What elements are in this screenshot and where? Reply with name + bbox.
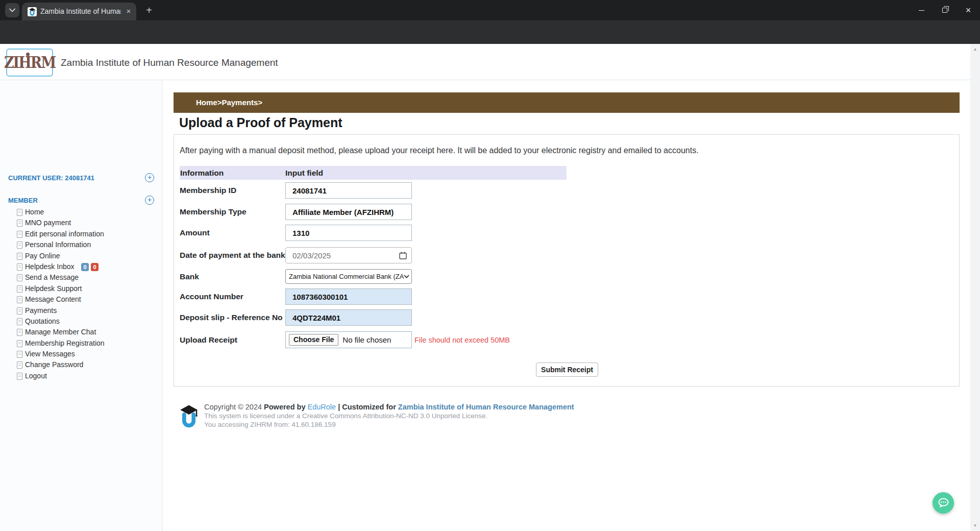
table-header-row: Information Input field <box>180 166 567 180</box>
sidebar-item-change-password[interactable]: Change Password <box>0 359 162 370</box>
chat-widget-button[interactable] <box>933 492 954 514</box>
membership-id-label: Membership ID <box>180 182 284 199</box>
upload-form-panel: After paying with a manual deposit metho… <box>174 134 960 387</box>
account-number-label: Account Number <box>180 288 284 305</box>
zihrm-logo-figure <box>26 53 30 56</box>
page-scrollbar[interactable]: ▲ ▼ <box>970 44 980 531</box>
sidebar-item-pay-online[interactable]: Pay Online <box>0 251 162 261</box>
chevron-down-icon <box>404 275 409 278</box>
document-icon <box>17 340 22 347</box>
chevron-down-icon <box>9 8 15 12</box>
site-header: ZIHRM Zambia Institute of Human Resource… <box>0 44 980 80</box>
file-status-text: No file chosen <box>342 335 391 344</box>
inbox-alert-badge: 0 <box>91 263 99 271</box>
file-size-note: File should not exceed 50MB <box>414 331 510 348</box>
sidebar-item-view-messages[interactable]: View Messages <box>0 349 162 359</box>
sidebar-item-quotations[interactable]: Quotations <box>0 316 162 327</box>
minimize-icon <box>919 10 924 11</box>
document-icon <box>17 263 22 271</box>
tab-favicon-icon <box>28 7 37 16</box>
expand-user-section-button[interactable]: + <box>145 173 154 182</box>
restore-button[interactable] <box>933 0 957 20</box>
footer-access-line: You accessing ZIHRM from: 41.60.186.159 <box>204 420 574 429</box>
document-icon <box>17 274 22 281</box>
document-icon <box>17 329 22 336</box>
sidebar-item-mno-payment[interactable]: MNO payment <box>0 218 162 228</box>
calendar-icon <box>399 252 407 259</box>
payment-date-input[interactable]: 02/03/2025 <box>285 247 412 263</box>
breadcrumb-bar: Home>Payments> <box>174 92 960 113</box>
sidebar-item-home[interactable]: Home <box>0 207 162 218</box>
restore-icon <box>942 8 947 13</box>
sidebar-item-helpdesk-inbox[interactable]: Helpdesk Inbox 0 0 <box>0 261 162 272</box>
zihrm-logo-text: ZIHRM <box>4 54 55 72</box>
edurole-logo <box>179 404 199 428</box>
reference-number-label: Deposit slip - Reference No <box>180 309 284 326</box>
sidebar-item-logout[interactable]: Logout <box>0 371 162 381</box>
bank-select[interactable]: Zambia National Commercial Bank (ZANAC <box>285 269 412 284</box>
document-icon <box>17 253 22 260</box>
new-tab-button[interactable]: + <box>142 4 156 17</box>
document-icon <box>17 296 22 303</box>
reference-number-input[interactable] <box>285 309 412 326</box>
footer-license-line: This system is licensed under a Creative… <box>204 412 574 420</box>
sidebar-menu: Home MNO payment Edit personal informati… <box>0 207 162 381</box>
expand-member-section-button[interactable]: + <box>145 196 154 205</box>
upload-receipt-label: Upload Receipt <box>180 331 284 348</box>
tab-close-icon[interactable]: × <box>124 7 133 16</box>
account-number-input[interactable] <box>285 288 412 305</box>
sidebar-item-helpdesk-support[interactable]: Helpdesk Support <box>0 283 162 294</box>
close-window-button[interactable]: × <box>957 0 980 20</box>
submit-receipt-button[interactable]: Submit Receipt <box>536 363 598 377</box>
document-icon <box>17 307 22 315</box>
receipt-file-input[interactable]: Choose File No file chosen <box>285 331 412 348</box>
document-icon <box>17 285 22 293</box>
sidebar-item-message-content[interactable]: Message Content <box>0 294 162 305</box>
edurole-link[interactable]: EduRole <box>308 403 336 411</box>
document-icon <box>17 361 22 369</box>
window-controls: × <box>910 0 980 20</box>
membership-type-label: Membership Type <box>180 204 284 220</box>
sidebar-item-payments[interactable]: Payments <box>0 305 162 316</box>
amount-label: Amount <box>180 225 284 241</box>
column-header-information: Information <box>180 166 224 180</box>
org-link[interactable]: Zambia Institute of Human Resource Manag… <box>398 403 574 411</box>
breadcrumb[interactable]: Home>Payments> <box>174 92 960 113</box>
footer: Copyright © 2024 Powered by EduRole | Cu… <box>204 403 574 429</box>
footer-copyright-line: Copyright © 2024 Powered by EduRole | Cu… <box>204 403 574 412</box>
browser-toolbar: membership.zihrm.org.zm/payments/upload/… <box>0 20 980 44</box>
scroll-down-icon[interactable]: ▼ <box>970 523 980 528</box>
sidebar-item-membership-registration[interactable]: Membership Registration <box>0 338 162 349</box>
membership-type-input[interactable] <box>285 204 412 220</box>
member-section-label: MEMBER <box>8 197 38 204</box>
sidebar-item-edit-personal-information[interactable]: Edit personal information <box>0 229 162 239</box>
zihrm-logo: ZIHRM <box>6 49 53 77</box>
document-icon <box>17 242 22 249</box>
current-user-label: CURRENT USER: 24081741 <box>8 174 94 182</box>
tab-search-button[interactable] <box>5 3 19 17</box>
page-title: Upload a Proof of Payment <box>179 115 342 130</box>
choose-file-button[interactable]: Choose File <box>289 334 338 346</box>
chat-bubble-icon <box>938 498 949 508</box>
membership-id-input[interactable] <box>285 182 412 199</box>
sidebar-item-manage-member-chat[interactable]: Manage Member Chat <box>0 327 162 337</box>
amount-input[interactable] <box>285 225 412 241</box>
payment-date-label: Date of payment at the bank <box>180 247 284 263</box>
bank-label: Bank <box>180 269 284 284</box>
inbox-count-badge: 0 <box>81 263 89 271</box>
scroll-up-icon[interactable]: ▲ <box>970 47 980 52</box>
intro-text: After paying with a manual deposit metho… <box>180 146 699 155</box>
sidebar-item-send-a-message[interactable]: Send a Message <box>0 272 162 283</box>
org-title: Zambia Institute of Human Resource Manag… <box>61 57 278 68</box>
document-icon <box>17 231 22 238</box>
document-icon <box>17 351 22 358</box>
browser-window: Zambia Institute of Human Res × + × memb… <box>0 0 980 531</box>
document-icon <box>17 220 22 227</box>
tab-strip: Zambia Institute of Human Res × + × <box>0 0 980 20</box>
document-icon <box>17 318 22 325</box>
sidebar-item-personal-information[interactable]: Personal Information <box>0 239 162 250</box>
sidebar: CURRENT USER: 24081741 + MEMBER + Home M… <box>0 80 162 531</box>
column-header-input-field: Input field <box>285 166 323 180</box>
browser-tab[interactable]: Zambia Institute of Human Res × <box>22 3 136 20</box>
minimize-button[interactable] <box>910 0 933 20</box>
